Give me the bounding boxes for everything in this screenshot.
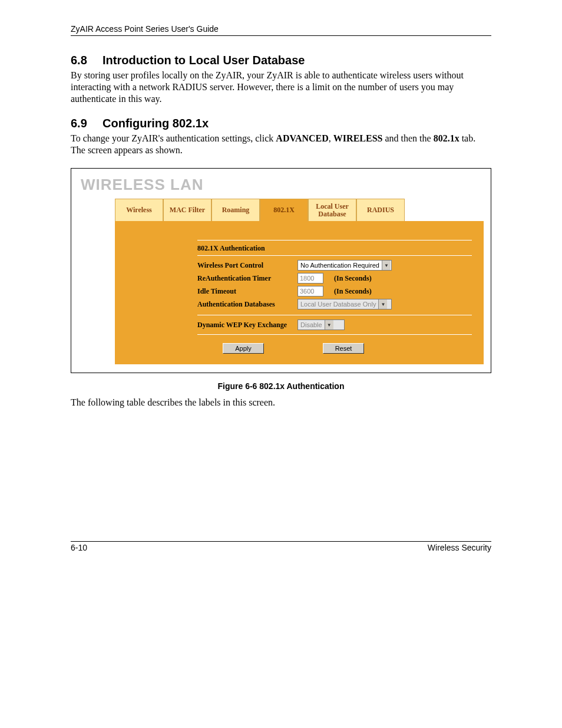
auth-section-title: 802.1X Authentication bbox=[197, 244, 472, 253]
label-auth-db: Authentication Databases bbox=[197, 300, 297, 309]
after-figure-text: The following table describes the labels… bbox=[71, 397, 491, 409]
section-number: 6.8 bbox=[71, 54, 103, 67]
page-number: 6-10 bbox=[71, 543, 87, 552]
tab-bar: Wireless MAC Filter Roaming 802.1X Local… bbox=[115, 199, 484, 221]
input-reauth-timer[interactable]: 1800 bbox=[297, 273, 323, 284]
row-dyn-wep: Dynamic WEP Key Exchange Disable ▼ bbox=[197, 319, 472, 331]
body-text: and then the bbox=[382, 133, 433, 143]
select-port-control[interactable]: No Authentication Required ▼ bbox=[297, 260, 392, 271]
page-footer: 6-10 Wireless Security bbox=[71, 541, 491, 552]
body-bold: ADVANCED bbox=[276, 133, 329, 143]
divider bbox=[197, 240, 472, 241]
select-value: Local User Database Only bbox=[300, 301, 376, 308]
tab-radius[interactable]: RADIUS bbox=[356, 199, 405, 221]
screenshot-figure: WIRELESS LAN Wireless MAC Filter Roaming… bbox=[71, 168, 491, 373]
row-reauth-timer: ReAuthentication Timer 1800 (In Seconds) bbox=[197, 272, 472, 284]
input-idle-timeout[interactable]: 3600 bbox=[297, 286, 323, 297]
select-auth-db[interactable]: Local User Database Only ▼ bbox=[297, 299, 392, 309]
row-auth-db: Authentication Databases Local User Data… bbox=[197, 298, 472, 310]
section-6-9-heading: 6.9Configuring 802.1x bbox=[71, 117, 491, 130]
footer-section-name: Wireless Security bbox=[428, 543, 491, 552]
suffix-seconds: (In Seconds) bbox=[334, 274, 372, 283]
select-value: Disable bbox=[300, 321, 322, 328]
page-header-rule: ZyAIR Access Point Series User's Guide bbox=[71, 24, 491, 36]
section-title: Introduction to Local User Database bbox=[103, 54, 305, 67]
chevron-down-icon: ▼ bbox=[325, 320, 333, 330]
section-title: Configuring 802.1x bbox=[103, 117, 209, 130]
row-port-control: Wireless Port Control No Authentication … bbox=[197, 259, 472, 271]
button-row: Apply Reset bbox=[197, 343, 472, 354]
tab-wireless[interactable]: Wireless bbox=[115, 199, 163, 221]
label-dyn-wep: Dynamic WEP Key Exchange bbox=[197, 321, 297, 330]
figure-caption: Figure 6-6 802.1x Authentication bbox=[71, 381, 491, 391]
tab-mac-filter[interactable]: MAC Filter bbox=[163, 199, 211, 221]
tab-8021x[interactable]: 802.1X bbox=[260, 199, 308, 221]
divider bbox=[197, 315, 472, 315]
body-bold: WIRELESS bbox=[333, 133, 383, 143]
label-port-control: Wireless Port Control bbox=[197, 261, 297, 270]
guide-title: ZyAIR Access Point Series User's Guide bbox=[71, 24, 219, 34]
divider bbox=[197, 334, 472, 335]
wireless-lan-title: WIRELESS LAN bbox=[81, 176, 484, 194]
section-6-8-heading: 6.8Introduction to Local User Database bbox=[71, 54, 491, 67]
divider bbox=[197, 255, 472, 256]
suffix-seconds: (In Seconds) bbox=[334, 287, 372, 296]
tabs-container: Wireless MAC Filter Roaming 802.1X Local… bbox=[115, 199, 484, 364]
body-text: , bbox=[329, 133, 333, 143]
label-reauth-timer: ReAuthentication Timer bbox=[197, 274, 297, 283]
tab-roaming[interactable]: Roaming bbox=[211, 199, 260, 221]
settings-panel: 802.1X Authentication Wireless Port Cont… bbox=[115, 221, 484, 364]
body-text: To change your ZyAIR's authentication se… bbox=[71, 133, 276, 143]
reset-button[interactable]: Reset bbox=[323, 343, 364, 354]
label-idle-timeout: Idle Timeout bbox=[197, 287, 297, 296]
section-6-9-body: To change your ZyAIR's authentication se… bbox=[71, 133, 491, 156]
tab-local-user-database[interactable]: Local User Database bbox=[308, 199, 356, 221]
chevron-down-icon: ▼ bbox=[382, 261, 391, 270]
section-6-8-body: By storing user profiles locally on the … bbox=[71, 70, 491, 105]
apply-button[interactable]: Apply bbox=[223, 343, 264, 354]
chevron-down-icon: ▼ bbox=[378, 299, 387, 309]
select-value: No Authentication Required bbox=[300, 262, 379, 269]
section-number: 6.9 bbox=[71, 117, 103, 130]
body-bold: 802.1x bbox=[434, 133, 459, 143]
select-dyn-wep[interactable]: Disable ▼ bbox=[297, 319, 345, 330]
row-idle-timeout: Idle Timeout 3600 (In Seconds) bbox=[197, 285, 472, 297]
